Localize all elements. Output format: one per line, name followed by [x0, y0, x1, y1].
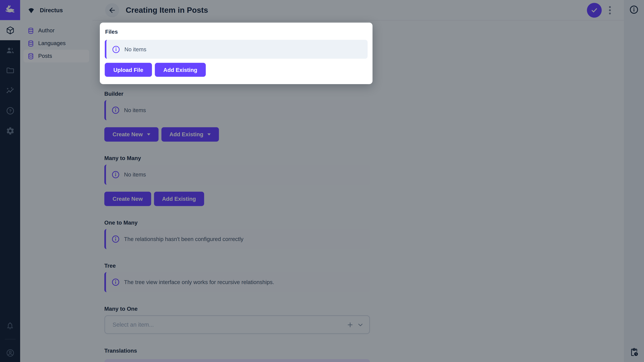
info-icon [112, 45, 120, 53]
upload-file-button[interactable]: Upload File [105, 63, 152, 77]
files-dialog: Files No items Upload File Add Existing [100, 23, 372, 84]
button-label: Add Existing [163, 67, 197, 73]
app-screen: ? Directus [0, 0, 644, 362]
button-label: Upload File [113, 67, 143, 73]
notice-box: No items [105, 40, 368, 59]
add-existing-button[interactable]: Add Existing [155, 63, 206, 77]
notice-text: No items [124, 46, 146, 52]
dialog-title: Files [105, 28, 368, 36]
button-row: Upload File Add Existing [105, 63, 368, 77]
